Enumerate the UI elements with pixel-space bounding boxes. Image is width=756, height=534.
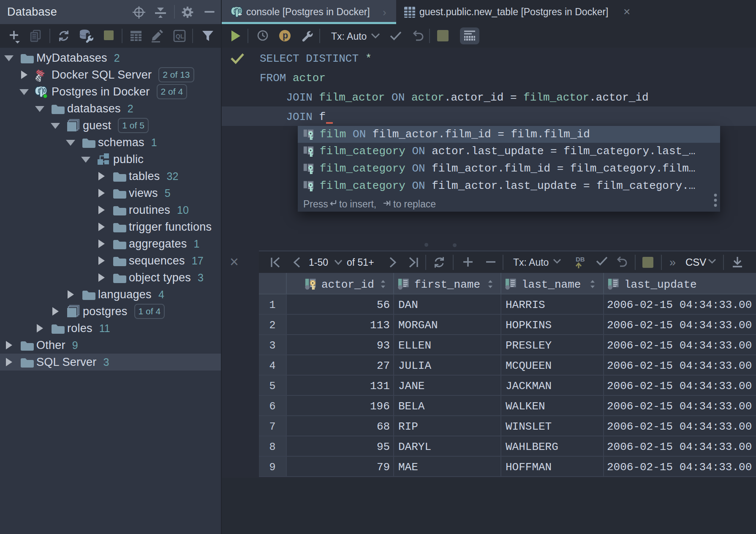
- svg-text:QL: QL: [176, 33, 184, 40]
- svg-text:DB: DB: [576, 256, 585, 263]
